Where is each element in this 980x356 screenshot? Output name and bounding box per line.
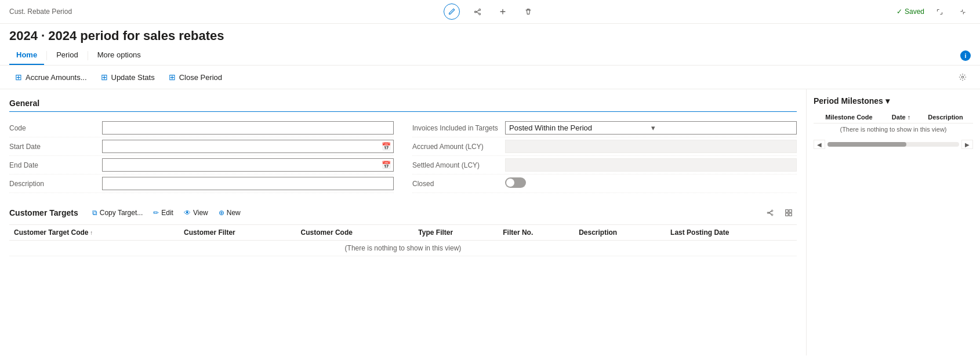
- start-date-label: Start Date: [9, 143, 102, 151]
- view-target-button[interactable]: 👁 View: [179, 207, 213, 219]
- page-title: 2024 · 2024 period for sales rebates: [9, 28, 971, 43]
- table-empty-message: (There is nothing to show in this view): [9, 241, 797, 256]
- svg-rect-7: [786, 210, 788, 212]
- col-customer-code: Customer Code: [296, 225, 414, 241]
- share-button[interactable]: [469, 3, 485, 20]
- pencil-icon: ✏: [153, 209, 159, 217]
- new-label: New: [227, 209, 241, 217]
- invoices-value[interactable]: Posted Within the Period ▾: [505, 121, 797, 135]
- copy-target-button[interactable]: ⧉ Copy Target...: [88, 207, 147, 219]
- copy-target-label: Copy Target...: [100, 209, 143, 217]
- general-form: Code 2024 Start Date 1/1/2024 📅: [9, 119, 797, 193]
- customer-targets-section: Customer Targets ⧉ Copy Target... ✏ Edit…: [9, 205, 797, 256]
- closed-toggle[interactable]: [505, 177, 526, 188]
- scroll-track: [827, 142, 959, 147]
- field-code: Code 2024: [9, 119, 394, 137]
- invoices-dropdown[interactable]: Posted Within the Period ▾: [505, 121, 797, 135]
- start-date-input[interactable]: 1/1/2024: [103, 140, 379, 152]
- customer-targets-table: Customer Target Code Customer Filter Cus…: [9, 225, 797, 256]
- scroll-right-button[interactable]: ▶: [961, 140, 973, 149]
- top-bar-right: ✓ Saved: [896, 3, 971, 20]
- description-value[interactable]: 2024 period for sales rebates: [102, 177, 394, 190]
- col-last-posting-date: Last Posting Date: [666, 225, 797, 241]
- tab-more-options[interactable]: More options: [90, 46, 148, 65]
- milestones-title-text: Period Milestones: [814, 96, 883, 106]
- table-header-row: Customer Target Code Customer Filter Cus…: [9, 225, 797, 241]
- view-label: View: [193, 209, 208, 217]
- svg-point-4: [771, 210, 773, 212]
- end-date-label: End Date: [9, 161, 102, 169]
- field-end-date: End Date 12/31/2024 📅: [9, 156, 394, 175]
- col-customer-target-code[interactable]: Customer Target Code: [9, 225, 179, 241]
- closed-label: Closed: [412, 180, 505, 188]
- page-title-area: 2024 · 2024 period for sales rebates: [0, 24, 980, 46]
- update-stats-icon: ⊞: [101, 72, 108, 82]
- start-date-wrapper: 1/1/2024 📅: [102, 140, 394, 153]
- info-area: i: [960, 50, 971, 61]
- delete-button[interactable]: [520, 3, 536, 20]
- main-content: General Code 2024 Start Date 1/1/2024 📅: [0, 89, 806, 355]
- top-bar: Cust. Rebate Period ✓ Saved: [0, 0, 980, 24]
- tab-divider: [46, 51, 47, 60]
- nav-tabs: Home Period More options i: [0, 46, 980, 66]
- edit-target-button[interactable]: ✏ Edit: [148, 207, 178, 219]
- targets-header: Customer Targets ⧉ Copy Target... ✏ Edit…: [9, 205, 797, 225]
- chevron-down-icon: ▾: [651, 123, 793, 132]
- collapse-button[interactable]: [954, 3, 971, 20]
- field-description: Description 2024 period for sales rebate…: [9, 175, 394, 193]
- milestones-header-row: Milestone Code Date ↑ Description: [814, 111, 973, 123]
- period-milestones-title[interactable]: Period Milestones ▾: [814, 96, 973, 106]
- close-period-button[interactable]: ⊞ Close Period: [163, 70, 228, 84]
- col-milestone-date: Date ↑: [884, 111, 918, 123]
- svg-rect-10: [789, 213, 792, 216]
- accrued-input: 0.00: [505, 140, 797, 153]
- code-input[interactable]: 2024: [102, 121, 394, 135]
- tab-period[interactable]: Period: [49, 46, 85, 65]
- check-icon: ✓: [896, 8, 902, 16]
- accrued-label: Accrued Amount (LCY): [412, 143, 505, 151]
- accrued-value: 0.00: [505, 140, 797, 153]
- update-stats-button[interactable]: ⊞ Update Stats: [95, 70, 161, 84]
- svg-point-3: [961, 76, 964, 78]
- saved-label: Saved: [905, 8, 924, 16]
- add-button[interactable]: [495, 3, 511, 20]
- code-value[interactable]: 2024: [102, 121, 394, 135]
- copy-icon: ⧉: [92, 209, 97, 217]
- svg-rect-8: [789, 210, 792, 212]
- toolbar-settings-button[interactable]: [954, 69, 971, 85]
- field-closed: Closed: [412, 175, 797, 193]
- scroll-left-button[interactable]: ◀: [814, 140, 825, 149]
- toggle-track[interactable]: [505, 177, 526, 188]
- chevron-down-milestones-icon: ▾: [885, 96, 890, 106]
- tab-home[interactable]: Home: [9, 46, 44, 65]
- accrue-amounts-button[interactable]: ⊞ Accrue Amounts...: [9, 70, 93, 84]
- calendar-icon-start[interactable]: 📅: [379, 141, 393, 152]
- calendar-icon-end[interactable]: 📅: [379, 159, 393, 170]
- targets-btn-right: [762, 205, 797, 221]
- svg-point-5: [771, 214, 773, 216]
- targets-share-button[interactable]: [762, 205, 778, 221]
- svg-point-0: [478, 9, 480, 10]
- closed-value[interactable]: [505, 177, 797, 190]
- code-label: Code: [9, 124, 102, 132]
- targets-settings-button[interactable]: [781, 205, 797, 221]
- edit-button[interactable]: [444, 3, 460, 20]
- top-bar-actions: [444, 3, 536, 20]
- general-section-title: General: [9, 99, 797, 112]
- form-left-column: Code 2024 Start Date 1/1/2024 📅: [9, 119, 394, 193]
- form-right-column: Invoices Included in Targets Posted With…: [412, 119, 797, 193]
- accrue-icon: ⊞: [15, 72, 22, 82]
- saved-indicator: ✓ Saved: [896, 8, 924, 16]
- accrue-label: Accrue Amounts...: [26, 73, 87, 82]
- settled-value: 0.00: [505, 158, 797, 172]
- targets-toolbar: ⧉ Copy Target... ✏ Edit 👁 View ⊕ New: [88, 207, 762, 219]
- targets-title: Customer Targets: [9, 208, 78, 217]
- col-milestone-description: Description: [918, 111, 973, 123]
- col-filter-no: Filter No.: [498, 225, 574, 241]
- description-input[interactable]: 2024 period for sales rebates: [102, 177, 394, 190]
- info-icon: i: [960, 50, 971, 61]
- new-target-button[interactable]: ⊕ New: [214, 207, 245, 219]
- expand-button[interactable]: [931, 3, 948, 20]
- end-date-input[interactable]: 12/31/2024: [103, 159, 379, 171]
- start-date-value: 1/1/2024 📅: [102, 140, 394, 153]
